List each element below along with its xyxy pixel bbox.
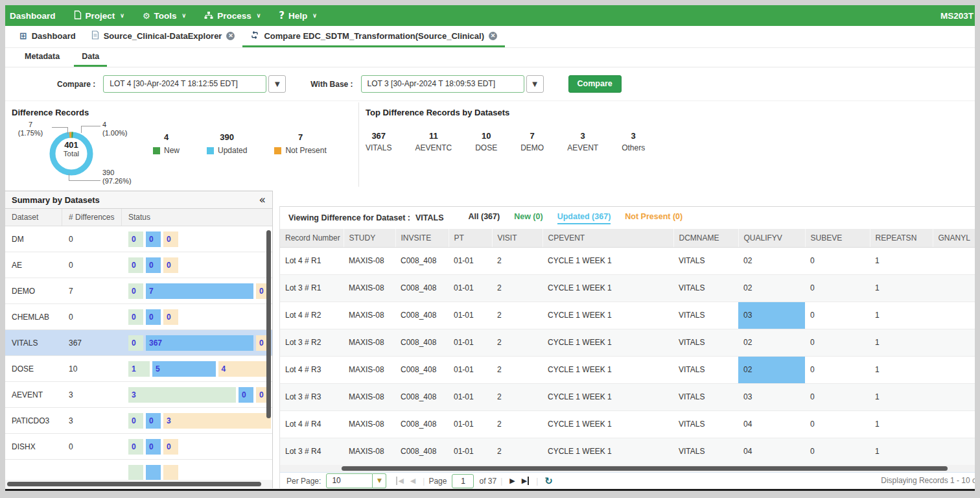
page-number-input[interactable] (452, 474, 474, 488)
top-dataset-value: 7 (520, 131, 544, 141)
close-icon[interactable]: ✕ (489, 32, 497, 40)
pagination-bar: Per Page: 10 ▼ ◀ ◀ | Page of 37 | ▶ ▶ | … (280, 472, 975, 488)
detail-horizontal-scrollbar[interactable] (342, 466, 948, 471)
menu-item-help[interactable]: ?Help∨ (270, 5, 326, 26)
summary-row-vitals[interactable]: VITALS36703670 (5, 330, 272, 356)
top-dataset-others: 3Others (622, 131, 645, 152)
summary-row-dose[interactable]: DOSE10154 (5, 356, 272, 382)
record-row-lot-4-r3[interactable]: Lot 4 # R3MAXIS-08C008_40801-012CYCLE 1 … (280, 356, 975, 383)
summary-row-ae[interactable]: AE0000 (5, 252, 272, 278)
filter-new[interactable]: New (0) (514, 212, 542, 224)
summary-row-paticdo3[interactable]: PATICDO33003 (5, 408, 272, 434)
column-header-subeve[interactable]: SUBEVE (805, 229, 870, 247)
summary-horizontal-scrollbar[interactable] (7, 482, 261, 486)
column-header-invsite[interactable]: INVSITE (395, 229, 449, 247)
previous-page-button[interactable]: ◀ (410, 477, 415, 485)
top-dataset-value: 11 (415, 131, 452, 141)
difference-count: 3 (62, 382, 122, 407)
collapse-panel-icon[interactable]: « (259, 195, 266, 206)
base-lot-select[interactable]: LOT 3 [30-Apr-2024 T 18:09:53 EDT] (361, 75, 524, 93)
summary-col-status[interactable]: Status (122, 209, 272, 226)
cell-invsite: C008_408 (395, 247, 449, 274)
subtab-data[interactable]: Data (74, 48, 107, 67)
column-header-gnanyl[interactable]: GNANYL (933, 229, 975, 247)
column-header-qualifyv[interactable]: QUALIFYV (738, 229, 805, 247)
next-page-button[interactable]: ▶ (509, 477, 515, 485)
menu-item-label: Process (217, 11, 251, 21)
difference-count: 367 (62, 330, 122, 355)
file-icon (74, 10, 82, 21)
top-dataset-label: DOSE (475, 143, 497, 152)
summary-col-differences[interactable]: # Differences (62, 209, 122, 226)
first-page-button[interactable]: ◀ (396, 477, 403, 485)
summary-row-aevent[interactable]: AEVENT3300 (5, 382, 272, 408)
help-icon: ? (279, 11, 285, 21)
status-badge-new: 3 (128, 387, 236, 403)
donut-callout-line (69, 174, 69, 180)
menu-item-tools[interactable]: ⚙Tools∨ (134, 5, 195, 26)
tab-source-clinical-dataexplorer[interactable]: Source_Clinical-DataExplorer✕ (84, 26, 243, 47)
column-header-record-number[interactable]: Record Number (280, 229, 344, 247)
filter-all[interactable]: All (367) (469, 212, 500, 224)
menu-item-dashboard[interactable]: Dashboard (5, 5, 65, 26)
chevron-down-icon[interactable]: ▼ (373, 473, 386, 488)
tab-dashboard[interactable]: ⊞Dashboard (12, 26, 84, 47)
compare-lot-select[interactable]: LOT 4 [30-Apr-2024 T 18:12:55 EDT] (103, 75, 266, 93)
cell-study: MAXIS-08 (344, 247, 395, 274)
summary-row-demo[interactable]: DEMO7070 (5, 278, 272, 304)
filter-updated[interactable]: Updated (367) (557, 212, 611, 224)
dataset-name: PATICDO3 (5, 408, 62, 433)
cell-cpevent: CYCLE 1 WEEK 1 (542, 247, 673, 274)
record-row-lot-3-r1[interactable]: Lot 3 # R1MAXIS-08C008_40801-012CYCLE 1 … (280, 274, 975, 302)
last-page-button[interactable]: ▶ (522, 477, 529, 485)
record-row-lot-3-r4[interactable]: Lot 3 # R4MAXIS-08C008_40801-012CYCLE 1 … (280, 438, 975, 465)
cell-invsite: C008_408 (395, 302, 449, 329)
column-header-dcmname[interactable]: DCMNAME (673, 229, 738, 247)
tab-label: Source_Clinical-DataExplorer (104, 31, 222, 41)
cell-qualifyv: 02 (738, 247, 805, 274)
cell-qualifyv: 04 (738, 410, 805, 438)
status-bars: 000 (122, 304, 272, 329)
refresh-icon[interactable]: ↻ (544, 475, 553, 487)
close-icon[interactable]: ✕ (226, 32, 235, 40)
record-row-lot-4-r1[interactable]: Lot 4 # R1MAXIS-08C008_40801-012CYCLE 1 … (280, 247, 975, 274)
cell-dcmname: VITALS (673, 383, 738, 410)
subtab-metadata[interactable]: Metadata (17, 48, 67, 67)
filter-not_present[interactable]: Not Present (0) (625, 212, 682, 224)
column-header-repeatsn[interactable]: REPEATSN (870, 229, 933, 247)
record-row-lot-4-r2[interactable]: Lot 4 # R2MAXIS-08C008_40801-012CYCLE 1 … (280, 302, 975, 329)
summary-row-dishx[interactable]: DISHX0000 (5, 434, 272, 460)
compare-button[interactable]: Compare (568, 75, 622, 93)
difference-count: 3 (62, 408, 122, 433)
chevron-down-icon[interactable]: ▼ (526, 75, 544, 93)
cell-record-number: Lot 3 # R2 (280, 329, 344, 356)
compare-controls: Compare : LOT 4 [30-Apr-2024 T 18:12:55 … (5, 67, 975, 101)
chevron-down-icon[interactable]: ▼ (268, 75, 286, 93)
cell-study: MAXIS-08 (344, 274, 395, 302)
status-bars: 154 (122, 356, 272, 381)
per-page-select[interactable]: 10 (326, 473, 373, 488)
column-header-cpevent[interactable]: CPEVENT (542, 229, 673, 247)
column-header-visit[interactable]: VISIT (492, 229, 542, 247)
menu-item-project[interactable]: Project∨ (65, 5, 134, 26)
summary-row-chemlab[interactable]: CHEMLAB0000 (5, 304, 272, 330)
cell-visit: 2 (492, 274, 542, 302)
summary-col-dataset[interactable]: Dataset (5, 209, 62, 226)
status-badge-not-present: 0 (163, 309, 178, 325)
record-row-lot-4-r4[interactable]: Lot 4 # R4MAXIS-08C008_40801-012CYCLE 1 … (280, 410, 975, 438)
tab-bar: ⊞DashboardSource_Clinical-DataExplorer✕C… (5, 26, 975, 48)
menu-item-process[interactable]: Process∨ (195, 5, 270, 26)
column-header-study[interactable]: STUDY (344, 229, 395, 247)
column-header-pt[interactable]: PT (449, 229, 492, 247)
summary-vertical-scrollbar[interactable] (266, 230, 271, 418)
cell-subeve: 0 (805, 383, 870, 410)
subtab-bar: MetadataData (5, 48, 975, 67)
record-row-lot-3-r3[interactable]: Lot 3 # R3MAXIS-08C008_40801-012CYCLE 1 … (280, 383, 975, 410)
summary-row-dm[interactable]: DM0000 (5, 226, 272, 252)
tab-compare-edc-sdtm-transformation-source-clinical[interactable]: Compare EDC_SDTM_Transformation(Source_C… (242, 26, 505, 47)
legend-label: Not Present (285, 146, 326, 155)
cell-visit: 2 (492, 247, 542, 274)
summary-panel-title: Summary by Datasets (12, 195, 100, 205)
top-menubar: DashboardProject∨⚙Tools∨Process∨?Help∨ M… (5, 5, 975, 26)
record-row-lot-3-r2[interactable]: Lot 3 # R2MAXIS-08C008_40801-012CYCLE 1 … (280, 329, 975, 356)
